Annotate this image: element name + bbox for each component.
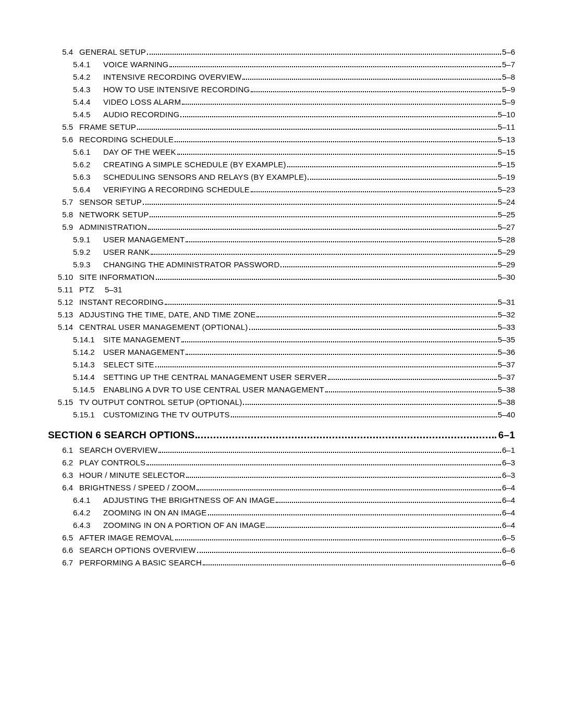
toc-leader-dots — [147, 54, 501, 55]
toc-entry: 5.12INSTANT RECORDING5–31 — [48, 296, 515, 309]
toc-entry: 5.4.5AUDIO RECORDING5–10 — [48, 108, 515, 121]
toc-entry-title: VIDEO LOSS ALARM — [103, 96, 181, 108]
toc-entry-page: 5–37 — [498, 359, 515, 371]
toc-entry-number: 5.8 — [48, 208, 73, 221]
toc-entry: 6.1SEARCH OVERVIEW6–1 — [48, 444, 515, 456]
toc-entry: 5.15.1CUSTOMIZING THE TV OUTPUTS5–40 — [48, 409, 515, 421]
toc-entry-page: 5–15 — [498, 158, 515, 171]
toc-entry-number: 6.2 — [48, 456, 73, 469]
toc-entry: 5.6.4VERIFYING A RECORDING SCHEDULE5–23 — [48, 183, 515, 196]
toc-leader-dots — [280, 266, 496, 267]
toc-entry-title: USER MANAGEMENT — [103, 346, 185, 359]
toc-entry: 6.4.2ZOOMING IN ON AN IMAGE6–4 — [48, 507, 515, 519]
toc-entry: 5.4.3HOW TO USE INTENSIVE RECORDING5–9 — [48, 83, 515, 96]
toc-entry-title: ADJUSTING THE TIME, DATE, AND TIME ZONE — [79, 309, 255, 321]
toc-leader-dots — [150, 216, 496, 217]
toc-leader-dots — [186, 241, 496, 242]
toc-entry-number: 6.4 — [48, 482, 73, 494]
toc-entry-number: 5.6.3 — [73, 171, 100, 183]
toc-entry: 5.5FRAME SETUP5–11 — [48, 121, 515, 133]
toc-entry-number: 5.15 — [48, 396, 73, 409]
toc-entry-title: HOW TO USE INTENSIVE RECORDING — [103, 83, 250, 96]
toc-entry-title: ADJUSTING THE BRIGHTNESS OF AN IMAGE — [103, 494, 275, 507]
toc-entry: 6.2PLAY CONTROLS6–3 — [48, 456, 515, 469]
toc-entry-title: VERIFYING A RECORDING SCHEDULE — [103, 183, 250, 196]
toc-leader-dots — [156, 279, 497, 280]
toc-entry-number: 5.4 — [48, 46, 73, 58]
toc-leader-dots — [186, 477, 501, 478]
toc-entry-page: 5–38 — [498, 384, 515, 396]
toc-entry-title: SITE MANAGEMENT — [103, 334, 180, 346]
toc-entry-title: SCHEDULING SENSORS AND RELAYS (BY EXAMPL… — [103, 171, 307, 183]
toc-entry-page: 5–27 — [498, 221, 515, 233]
toc-entry-title: CENTRAL USER MANAGEMENT (OPTIONAL) — [79, 321, 248, 334]
toc-entry: 6.7PERFORMING A BASIC SEARCH6–6 — [48, 557, 515, 569]
toc-entry: 5.9.2USER RANK5–29 — [48, 246, 515, 258]
toc-entry-page: 6–4 — [502, 482, 515, 494]
toc-leader-dots — [251, 191, 497, 192]
toc-entry-page: 6–4 — [502, 507, 515, 519]
toc-entry: 5.9.1USER MANAGEMENT5–28 — [48, 233, 515, 246]
toc-entry-number: 5.14 — [48, 321, 73, 334]
toc-entry-title: CUSTOMIZING THE TV OUTPUTS — [103, 409, 230, 421]
toc-entry-title: ZOOMING IN ON AN IMAGE — [103, 507, 207, 519]
toc-entry-number: 6.6 — [48, 544, 73, 557]
toc-entry: 5.7SENSOR SETUP5–24 — [48, 196, 515, 208]
toc-entry-page: 5–7 — [502, 58, 515, 71]
toc-entry-title: INTENSIVE RECORDING OVERVIEW — [103, 71, 241, 83]
toc-entry-page: 6–4 — [502, 519, 515, 532]
toc-entry: 6.4BRIGHTNESS / SPEED / ZOOM6–4 — [48, 482, 515, 494]
toc-entry-title: BRIGHTNESS / SPEED / ZOOM — [79, 482, 195, 494]
toc-entry-number: 5.4.4 — [73, 96, 100, 108]
toc-leader-dots — [137, 129, 497, 130]
toc-entry-number: 6.3 — [48, 469, 73, 482]
toc-entry-title: PLAY CONTROLS — [79, 456, 145, 469]
toc-entry-title: RECORDING SCHEDULE — [79, 133, 174, 146]
toc-entry-title: TV OUTPUT CONTROL SETUP (OPTIONAL) — [79, 396, 242, 409]
toc-entry: 5.13ADJUSTING THE TIME, DATE, AND TIME Z… — [48, 309, 515, 321]
toc-entry-page: 5–31 — [105, 283, 122, 296]
toc-entry-number: 5.9.3 — [73, 258, 100, 271]
toc-entry-page: 5–32 — [498, 309, 515, 321]
toc-leader-dots — [175, 141, 497, 142]
toc-entry-number: 5.9.2 — [73, 246, 100, 258]
toc-entry-number: 5.13 — [48, 309, 73, 321]
toc-leader-dots — [151, 254, 496, 255]
toc-leader-dots — [266, 527, 501, 528]
toc-entry-title: AFTER IMAGE REMOVAL — [79, 532, 174, 544]
toc-entry-number: 5.4.2 — [73, 71, 100, 83]
toc-entry: 5.6.3SCHEDULING SENSORS AND RELAYS (BY E… — [48, 171, 515, 183]
toc-entry-title: VOICE WARNING — [103, 58, 168, 71]
page: 5.4GENERAL SETUP5–65.4.1VOICE WARNING5–7… — [0, 0, 563, 728]
toc-entry: 5.15TV OUTPUT CONTROL SETUP (OPTIONAL)5–… — [48, 396, 515, 409]
toc-entry-page: 5–38 — [498, 396, 515, 409]
toc-entry-page: 5–23 — [498, 183, 515, 196]
toc-entry-number: 5.9 — [48, 221, 73, 233]
toc-entry: 5.4GENERAL SETUP5–6 — [48, 46, 515, 58]
toc-entry-number: 6.5 — [48, 532, 73, 544]
toc-entry: 6.6SEARCH OPTIONS OVERVIEW6–6 — [48, 544, 515, 557]
toc-leader-dots — [186, 354, 496, 355]
toc-entry-page: 5–29 — [498, 246, 515, 258]
toc-entry-number: 5.7 — [48, 196, 73, 208]
toc-entry-page: 5–25 — [498, 208, 515, 221]
toc-leader-dots — [208, 514, 501, 515]
toc-entry-page: 5–15 — [498, 146, 515, 158]
toc-leader-dots — [177, 154, 497, 155]
toc-entry-page: 5–9 — [502, 96, 515, 108]
toc-entry-number: 5.11 — [48, 283, 73, 296]
toc-entry: 5.9.3CHANGING THE ADMINISTRATOR PASSWORD… — [48, 258, 515, 271]
toc-entry-number: 5.14.1 — [73, 334, 100, 346]
toc-entry-number: 5.5 — [48, 121, 73, 133]
toc-entry-number: 5.9.1 — [73, 233, 100, 246]
toc-entry-page: 5–9 — [502, 83, 515, 96]
toc-entry-page: 5–6 — [502, 46, 515, 58]
toc-leader-dots — [256, 316, 496, 317]
toc-entry: 5.14CENTRAL USER MANAGEMENT (OPTIONAL)5–… — [48, 321, 515, 334]
toc-entry-title: INSTANT RECORDING — [79, 296, 164, 309]
toc-entry-page: 5–28 — [498, 233, 515, 246]
toc-entry-title: DAY OF THE WEEK — [103, 146, 176, 158]
toc-entry-number: 6.4.3 — [73, 519, 100, 532]
toc-entry-page: 5–37 — [498, 371, 515, 384]
toc-leader-dots — [181, 341, 497, 342]
